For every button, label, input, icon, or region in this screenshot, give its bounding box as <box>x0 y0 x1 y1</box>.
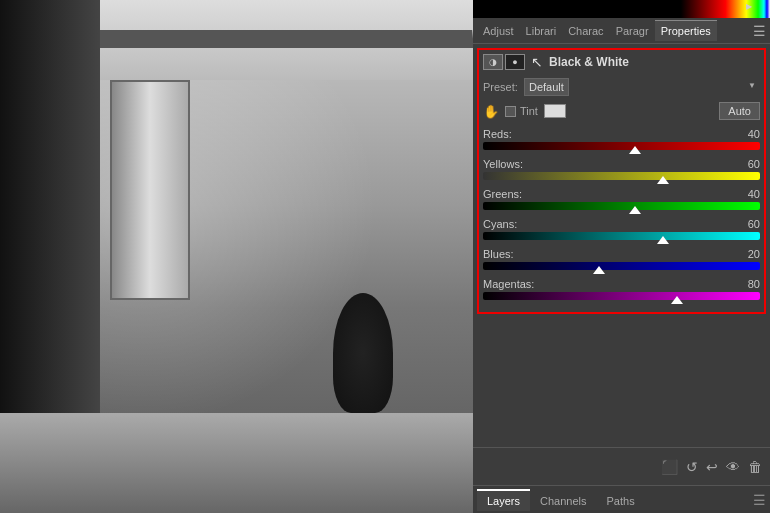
slider-row: Greens: 40 <box>483 188 760 210</box>
slider-header-1: Yellows: 60 <box>483 158 760 170</box>
slider-row: Magentas: 80 <box>483 278 760 300</box>
preset-row: Preset: Default <box>483 78 760 96</box>
bw-panel: ◑ ● ↖ Black & White Preset: Default ✋ <box>477 48 766 314</box>
tab-properties[interactable]: Properties <box>655 20 717 41</box>
slider-header-4: Blues: 20 <box>483 248 760 260</box>
visibility-icon[interactable]: 👁 <box>726 459 740 475</box>
slider-track-4[interactable] <box>483 262 760 270</box>
tint-checkbox[interactable] <box>505 106 516 117</box>
slider-track-5[interactable] <box>483 292 760 300</box>
tab-charac[interactable]: Charac <box>562 21 609 41</box>
slider-name-5: Magentas: <box>483 278 534 290</box>
half-circle-icon[interactable]: ◑ <box>483 54 503 70</box>
tab-adjust[interactable]: Adjust <box>477 21 520 41</box>
slider-name-2: Greens: <box>483 188 522 200</box>
slider-name-4: Blues: <box>483 248 514 260</box>
slider-track-1[interactable] <box>483 172 760 180</box>
bottom-tab-paths[interactable]: Paths <box>597 489 645 511</box>
slider-value-4: 20 <box>748 248 760 260</box>
slider-value-1: 60 <box>748 158 760 170</box>
tint-checkbox-wrapper: Tint <box>505 105 538 117</box>
slider-thumb-0[interactable] <box>629 146 641 154</box>
slider-name-0: Reds: <box>483 128 512 140</box>
sliders-container: Reds: 40 Yellows: 60 Greens: 40 Cyans: 6… <box>483 128 760 300</box>
slider-header-3: Cyans: 60 <box>483 218 760 230</box>
panel-header: ◑ ● ↖ Black & White <box>483 54 760 70</box>
slider-track-3[interactable] <box>483 232 760 240</box>
slider-track-0[interactable] <box>483 142 760 150</box>
tabs-row: Adjust Librari Charac Paragr Properties … <box>473 18 770 44</box>
slider-value-3: 60 <box>748 218 760 230</box>
preset-select[interactable]: Default <box>524 78 569 96</box>
slider-row: Cyans: 60 <box>483 218 760 240</box>
tint-label: Tint <box>520 105 538 117</box>
bottom-toolbar: ⬛ ↺ ↩ 👁 🗑 <box>473 447 770 485</box>
cursor-icon: ↖ <box>531 54 543 70</box>
slider-thumb-2[interactable] <box>629 206 641 214</box>
slider-value-2: 40 <box>748 188 760 200</box>
preset-select-wrapper: Default <box>524 78 760 96</box>
undo-icon[interactable]: ↩ <box>706 459 718 475</box>
color-swatch <box>473 0 770 18</box>
bottom-tab-layers[interactable]: Layers <box>477 489 530 511</box>
photo-canvas <box>0 0 473 513</box>
slider-track-2[interactable] <box>483 202 760 210</box>
bottom-tab-menu[interactable]: ☰ <box>753 492 766 508</box>
slider-header-0: Reds: 40 <box>483 128 760 140</box>
hand-tool-icon[interactable]: ✋ <box>483 104 499 119</box>
slider-thumb-1[interactable] <box>657 176 669 184</box>
slider-value-5: 80 <box>748 278 760 290</box>
slider-thumb-5[interactable] <box>671 296 683 304</box>
circle-icon[interactable]: ● <box>505 54 525 70</box>
panel-icon-group: ◑ ● <box>483 54 525 70</box>
stamp-icon[interactable]: ⬛ <box>661 459 678 475</box>
slider-row: Blues: 20 <box>483 248 760 270</box>
delete-icon[interactable]: 🗑 <box>748 459 762 475</box>
slider-row: Yellows: 60 <box>483 158 760 180</box>
panel-title: Black & White <box>549 55 629 69</box>
slider-header-5: Magentas: 80 <box>483 278 760 290</box>
slider-thumb-3[interactable] <box>657 236 669 244</box>
slider-name-1: Yellows: <box>483 158 523 170</box>
slider-row: Reds: 40 <box>483 128 760 150</box>
slider-header-2: Greens: 40 <box>483 188 760 200</box>
tab-menu-icon[interactable]: ☰ <box>753 23 766 39</box>
tint-color-swatch[interactable] <box>544 104 566 118</box>
tools-row: ✋ Tint Auto <box>483 102 760 120</box>
slider-thumb-4[interactable] <box>593 266 605 274</box>
tab-librari[interactable]: Librari <box>520 21 563 41</box>
bottom-tab-channels[interactable]: Channels <box>530 489 596 511</box>
redo-icon[interactable]: ↺ <box>686 459 698 475</box>
auto-button[interactable]: Auto <box>719 102 760 120</box>
right-panel: Adjust Librari Charac Paragr Properties … <box>473 0 770 513</box>
preset-label: Preset: <box>483 81 518 93</box>
bottom-tabs: Layers Channels Paths ☰ <box>473 485 770 513</box>
properties-panel: ◑ ● ↖ Black & White Preset: Default ✋ <box>473 44 770 447</box>
tab-paragr[interactable]: Paragr <box>610 21 655 41</box>
slider-value-0: 40 <box>748 128 760 140</box>
slider-name-3: Cyans: <box>483 218 517 230</box>
